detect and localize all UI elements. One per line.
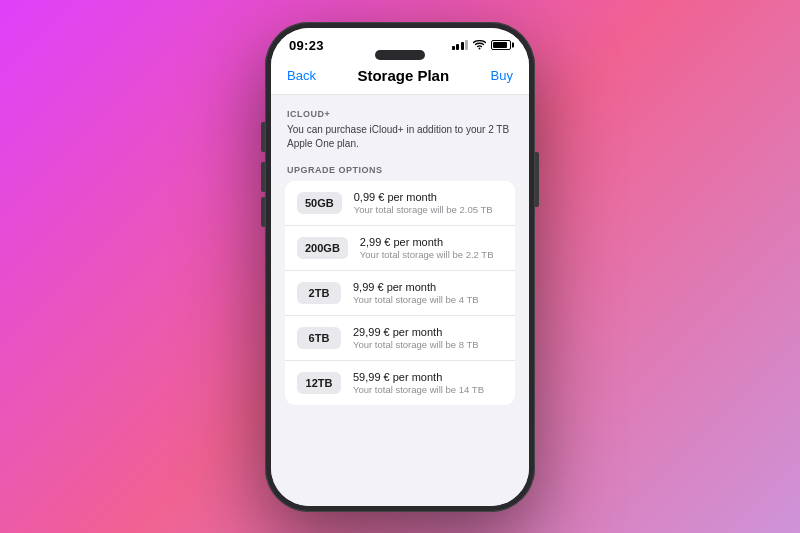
plan-details: 0,99 € per month Your total storage will… [354, 191, 493, 215]
plan-item[interactable]: 200GB 2,99 € per month Your total storag… [285, 226, 515, 271]
icloud-section-label: iCloud+ [285, 109, 515, 119]
upgrade-section: Upgrade Options 50GB 0,99 € per month Yo… [285, 165, 515, 405]
plan-item[interactable]: 50GB 0,99 € per month Your total storage… [285, 181, 515, 226]
plan-list: 50GB 0,99 € per month Your total storage… [285, 181, 515, 405]
plan-details: 2,99 € per month Your total storage will… [360, 236, 494, 260]
battery-icon [491, 40, 511, 50]
dynamic-island [375, 50, 425, 60]
upgrade-section-label: Upgrade Options [285, 165, 515, 175]
plan-item[interactable]: 6TB 29,99 € per month Your total storage… [285, 316, 515, 361]
wifi-icon [473, 40, 486, 50]
plan-details: 59,99 € per month Your total storage wil… [353, 371, 484, 395]
plan-storage: Your total storage will be 2.05 TB [354, 204, 493, 215]
plan-item[interactable]: 12TB 59,99 € per month Your total storag… [285, 361, 515, 405]
plan-size-badge: 12TB [297, 372, 341, 394]
plan-size-badge: 50GB [297, 192, 342, 214]
plan-details: 29,99 € per month Your total storage wil… [353, 326, 479, 350]
icloud-section: iCloud+ You can purchase iCloud+ in addi… [285, 109, 515, 151]
back-button[interactable]: Back [287, 68, 316, 83]
content-area: iCloud+ You can purchase iCloud+ in addi… [271, 95, 529, 506]
buy-button[interactable]: Buy [491, 68, 513, 83]
plan-price: 9,99 € per month [353, 281, 479, 293]
phone-screen: 09:23 Back Storage Plan Buy [271, 28, 529, 506]
plan-price: 2,99 € per month [360, 236, 494, 248]
plan-details: 9,99 € per month Your total storage will… [353, 281, 479, 305]
navigation-bar: Back Storage Plan Buy [271, 59, 529, 95]
plan-storage: Your total storage will be 4 TB [353, 294, 479, 305]
page-title: Storage Plan [357, 67, 449, 84]
plan-size-badge: 6TB [297, 327, 341, 349]
plan-storage: Your total storage will be 14 TB [353, 384, 484, 395]
plan-size-badge: 2TB [297, 282, 341, 304]
plan-price: 0,99 € per month [354, 191, 493, 203]
plan-size-badge: 200GB [297, 237, 348, 259]
plan-item[interactable]: 2TB 9,99 € per month Your total storage … [285, 271, 515, 316]
icloud-description: You can purchase iCloud+ in addition to … [285, 123, 515, 151]
plan-storage: Your total storage will be 8 TB [353, 339, 479, 350]
plan-price: 59,99 € per month [353, 371, 484, 383]
status-icons [452, 40, 512, 50]
plan-price: 29,99 € per month [353, 326, 479, 338]
phone-frame: 09:23 Back Storage Plan Buy [265, 22, 535, 512]
status-time: 09:23 [289, 38, 324, 53]
signal-icon [452, 40, 469, 50]
plan-storage: Your total storage will be 2.2 TB [360, 249, 494, 260]
